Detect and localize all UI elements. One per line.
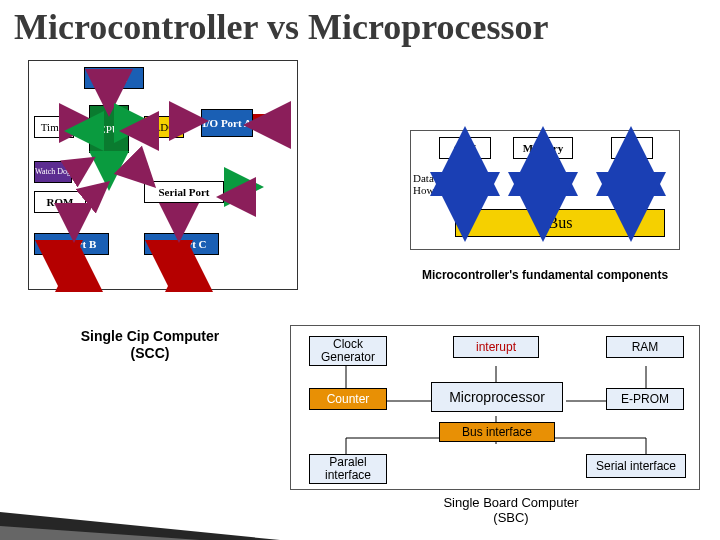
decorative-wedge xyxy=(0,460,300,540)
scc-line1: Single Cip Computer xyxy=(81,328,219,344)
io-port-c-box: I/O Port C xyxy=(144,233,219,255)
scc-line2: (SCC) xyxy=(131,345,170,361)
d2-bus-box: Bus xyxy=(455,209,665,237)
bus-interface-box: Bus interface xyxy=(439,422,555,442)
cpu-box: CPU xyxy=(89,105,129,153)
watchdog-box: Watch Dog xyxy=(34,161,72,183)
svg-line-11 xyxy=(129,161,149,181)
microprocessor-box: Microprocessor xyxy=(431,382,563,412)
sbc-caption: Single Board Computer (SBC) xyxy=(406,495,616,525)
d2-cpu-box: CPU xyxy=(439,137,491,159)
page-title: Microcontroller vs Microprocessor xyxy=(0,0,720,48)
counter-box: Counter xyxy=(309,388,387,410)
svg-line-9 xyxy=(72,161,89,172)
sbc-diagram: Clock Generator interupt RAM Counter Mic… xyxy=(290,325,700,490)
io-port-b-box: I/O Port B xyxy=(34,233,109,255)
d2-io-box: I/O xyxy=(611,137,653,159)
interrupt-box: interupt xyxy=(453,336,539,358)
d2-data-how-label: Data How xyxy=(413,173,455,196)
ram-box-d3: RAM xyxy=(606,336,684,358)
sbc-line2: (SBC) xyxy=(493,510,528,525)
serial-interface-box: Serial interface xyxy=(586,454,686,478)
microcontroller-diagram: RAM Timer CPU ADC I/O Port A Watch Dog R… xyxy=(28,60,298,290)
scc-label: Single Cip Computer (SCC) xyxy=(60,328,240,362)
fundamentals-diagram: CPU Memory I/O Data How Bus xyxy=(410,130,680,250)
sbc-line1: Single Board Computer xyxy=(443,495,578,510)
ram-box: RAM xyxy=(84,67,144,89)
timer-box: Timer xyxy=(34,116,74,138)
clock-box: Clock Generator xyxy=(309,336,387,366)
eprom-box: E-PROM xyxy=(606,388,684,410)
adc-box: ADC xyxy=(144,116,184,138)
d2-caption: Microcontroller's fundamental components xyxy=(395,268,695,282)
io-port-a-box: I/O Port A xyxy=(201,109,253,137)
svg-line-10 xyxy=(86,186,104,201)
d2-memory-box: Memory xyxy=(513,137,573,159)
parallel-box: Paralel interface xyxy=(309,454,387,484)
rom-box: ROM xyxy=(34,191,86,213)
serial-port-box: Serial Port xyxy=(144,181,224,203)
